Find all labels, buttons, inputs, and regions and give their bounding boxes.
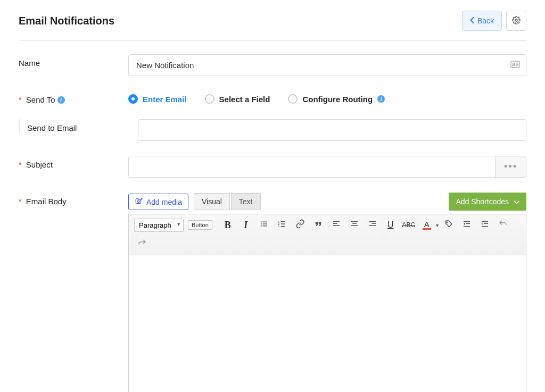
undo-icon	[498, 219, 508, 231]
svg-point-0	[515, 19, 517, 21]
svg-rect-21	[333, 225, 340, 226]
list-bullet-icon	[259, 219, 269, 231]
editor-toolbar: Paragraph Button B I 123	[129, 214, 526, 255]
undo-button[interactable]	[495, 218, 511, 232]
align-left-icon	[332, 219, 341, 231]
svg-rect-10	[263, 223, 267, 224]
redo-icon	[137, 238, 147, 250]
svg-rect-33	[484, 223, 488, 224]
subject-label: * Subject	[19, 156, 128, 169]
back-button[interactable]: Back	[462, 11, 502, 31]
svg-rect-25	[369, 221, 376, 222]
format-select[interactable]: Paragraph	[134, 219, 184, 232]
chevron-down-icon: ▾	[436, 222, 439, 228]
svg-rect-18	[281, 226, 285, 227]
align-left-button[interactable]	[328, 218, 344, 232]
svg-point-11	[260, 226, 261, 227]
radio-circle-icon	[205, 94, 214, 104]
svg-rect-24	[351, 225, 358, 226]
add-media-label: Add media	[146, 198, 182, 206]
subject-label-text: Subject	[26, 160, 53, 169]
chevron-left-icon	[470, 16, 474, 25]
tag-icon	[444, 219, 453, 231]
color-bar	[423, 228, 431, 230]
required-mark: *	[19, 95, 22, 104]
svg-rect-32	[482, 221, 488, 222]
svg-rect-30	[466, 223, 470, 224]
rich-text-editor: Paragraph Button B I 123	[128, 214, 526, 392]
outdent-button[interactable]	[459, 218, 475, 232]
svg-point-28	[447, 222, 448, 223]
email-body-label: * Email Body	[19, 193, 128, 206]
align-center-button[interactable]	[346, 218, 362, 232]
ellipsis-icon: •••	[504, 161, 517, 172]
editor-content-area[interactable]	[129, 255, 526, 392]
subject-input[interactable]	[129, 156, 495, 177]
send-to-email-label: Send to Email	[19, 119, 128, 132]
svg-rect-16	[281, 223, 285, 224]
redo-button[interactable]	[134, 237, 150, 252]
add-media-button[interactable]: Add media	[128, 194, 188, 210]
svg-point-9	[260, 223, 261, 224]
chevron-down-icon	[514, 197, 519, 206]
outdent-icon	[462, 219, 472, 231]
link-button[interactable]	[292, 218, 308, 232]
numbered-list-button[interactable]: 123	[274, 218, 290, 232]
svg-rect-34	[482, 226, 488, 227]
radio-enter-email[interactable]: Enter Email	[128, 94, 187, 104]
link-icon	[295, 219, 305, 231]
tab-visual[interactable]: Visual	[194, 193, 230, 210]
svg-rect-23	[352, 223, 357, 224]
tab-text[interactable]: Text	[231, 193, 261, 210]
radio-select-field[interactable]: Select a Field	[205, 94, 270, 104]
radio-select-field-label: Select a Field	[219, 95, 270, 104]
svg-rect-8	[263, 222, 267, 223]
align-right-button[interactable]	[365, 218, 381, 232]
radio-configure-routing-label: Configure Routing	[302, 95, 373, 104]
align-right-icon	[368, 219, 377, 231]
send-to-label-text: Send To	[26, 95, 55, 104]
name-input[interactable]	[128, 54, 526, 76]
bold-button[interactable]: B	[220, 218, 236, 232]
svg-rect-20	[333, 223, 337, 224]
blockquote-button[interactable]	[310, 218, 326, 232]
info-icon: i	[377, 95, 385, 103]
svg-rect-27	[369, 225, 376, 226]
add-shortcodes-button[interactable]: Add Shortcodes	[449, 193, 526, 211]
svg-rect-31	[464, 226, 470, 227]
svg-point-7	[260, 221, 261, 222]
svg-rect-22	[351, 221, 358, 222]
underline-button[interactable]: U	[383, 218, 399, 232]
svg-point-2	[513, 63, 515, 65]
radio-enter-email-label: Enter Email	[143, 95, 187, 104]
strikethrough-button[interactable]: ABC	[401, 218, 417, 232]
back-button-label: Back	[477, 16, 494, 25]
name-label: Name	[19, 54, 128, 68]
required-mark: *	[19, 197, 22, 206]
radio-circle-icon	[288, 94, 298, 104]
button-style-button[interactable]: Button	[188, 220, 212, 230]
svg-rect-14	[281, 221, 285, 222]
indent-icon	[480, 219, 490, 231]
align-center-icon	[350, 219, 359, 231]
send-to-email-input[interactable]	[138, 119, 526, 141]
radio-circle-icon	[128, 94, 138, 104]
bullet-list-button[interactable]	[256, 218, 272, 232]
email-body-label-text: Email Body	[26, 197, 67, 206]
send-to-label: * Send To i	[19, 91, 128, 104]
svg-rect-26	[371, 223, 376, 224]
radio-configure-routing[interactable]: Configure Routing i	[288, 94, 385, 104]
italic-button[interactable]: I	[238, 218, 254, 232]
indent-button[interactable]	[477, 218, 493, 232]
info-icon: i	[57, 96, 65, 104]
required-mark: *	[19, 160, 22, 169]
gear-icon	[512, 16, 521, 26]
settings-button[interactable]	[506, 11, 526, 31]
svg-text:3: 3	[278, 224, 279, 227]
subject-more-button[interactable]: •••	[495, 156, 526, 177]
header-actions: Back	[462, 11, 526, 31]
text-color-button[interactable]: A	[419, 218, 435, 232]
id-card-icon	[510, 61, 520, 70]
tag-button[interactable]	[441, 218, 457, 232]
page-title: Email Notifications	[19, 15, 114, 27]
